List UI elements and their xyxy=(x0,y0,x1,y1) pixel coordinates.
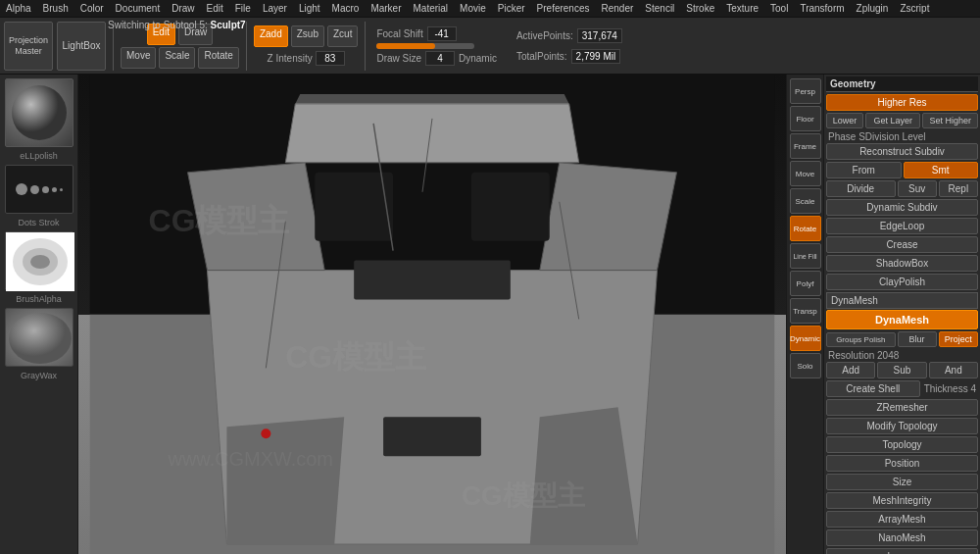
zsub-button[interactable]: Zsub xyxy=(291,25,324,47)
brush-sphere-preview[interactable] xyxy=(5,78,74,147)
menu-layer[interactable]: Layer xyxy=(261,3,289,14)
svg-marker-22 xyxy=(295,94,568,104)
dynamic-vp-button[interactable]: Dynamic xyxy=(790,326,821,351)
size-button[interactable]: Size xyxy=(826,474,978,490)
menu-color[interactable]: Color xyxy=(78,3,106,14)
main-area: eLLpolish Dots Strok BrushAlpha xyxy=(0,75,980,554)
menu-macro[interactable]: Macro xyxy=(330,3,362,14)
menu-tool[interactable]: Tool xyxy=(768,3,790,14)
move-button[interactable]: Move xyxy=(121,47,156,69)
viewport[interactable]: CG模型主 CG模型主 www.CGMXW.com CG模型主 xyxy=(78,75,786,554)
blur-button[interactable]: Blur xyxy=(898,331,937,347)
menu-movie[interactable]: Movie xyxy=(458,3,488,14)
menu-zplugin[interactable]: Zplugin xyxy=(855,3,891,14)
projection-master-button[interactable]: Projection Master xyxy=(4,22,53,71)
from-button[interactable]: From xyxy=(826,162,902,178)
and-button[interactable]: And xyxy=(929,362,978,378)
suv-button[interactable]: Suv xyxy=(898,180,937,197)
brush-dots-preview[interactable] xyxy=(5,165,74,214)
crease-button[interactable]: Crease xyxy=(826,236,978,253)
move-vp-button[interactable]: Move xyxy=(790,161,821,186)
modify-topology-button[interactable]: Modify Topology xyxy=(826,418,978,434)
sub-button[interactable]: Sub xyxy=(877,362,926,378)
dynamic-label: Dynamic xyxy=(459,53,497,64)
topology-button[interactable]: Topology xyxy=(826,436,978,453)
menu-light[interactable]: Light xyxy=(297,3,322,14)
viewport-controls-panel: Persp Floor Frame Move Scale Rotate Line… xyxy=(786,75,823,554)
menu-texture[interactable]: Texture xyxy=(724,3,760,14)
graywax-preview[interactable] xyxy=(5,308,74,367)
focal-slider[interactable] xyxy=(376,43,474,49)
zcut-button[interactable]: Zcut xyxy=(327,25,358,47)
menu-picker[interactable]: Picker xyxy=(496,3,527,14)
toolbar-separator-2 xyxy=(246,22,247,71)
brush-alpha-preview[interactable] xyxy=(5,231,74,290)
frame-button[interactable]: Frame xyxy=(790,133,821,159)
rotate-button[interactable]: Rotate xyxy=(198,47,238,69)
menu-render[interactable]: Render xyxy=(600,3,636,14)
menu-marker[interactable]: Marker xyxy=(368,3,403,14)
z-buttons: Zadd Zsub Zcut Z Intensity 83 xyxy=(254,25,358,66)
z-intensity-value[interactable]: 83 xyxy=(316,51,345,66)
zremesher-button[interactable]: ZRemesher xyxy=(826,399,978,416)
scale-button[interactable]: Scale xyxy=(159,47,195,69)
mesh-integrity-button[interactable]: MeshIntegrity xyxy=(826,492,978,509)
transp-button[interactable]: Transp xyxy=(790,298,821,324)
thickness-label: Thickness 4 xyxy=(922,382,978,395)
menu-file[interactable]: File xyxy=(233,3,253,14)
rotate-vp-button[interactable]: Rotate xyxy=(790,216,821,241)
arraymesh-button[interactable]: ArrayMesh xyxy=(826,511,978,528)
focal-shift-value[interactable]: -41 xyxy=(427,26,457,41)
menu-stencil[interactable]: Stencil xyxy=(643,3,676,14)
add-button[interactable]: Add xyxy=(826,362,875,378)
dynamesh-button[interactable]: DynaMesh xyxy=(826,310,978,329)
lower-button[interactable]: Lower xyxy=(826,113,863,128)
claypolish-button[interactable]: ClayPolish xyxy=(826,274,978,290)
edgeloop-button[interactable]: EdgeLoop xyxy=(826,218,978,234)
menu-transform[interactable]: Transform xyxy=(798,3,846,14)
dynamesh-section-header[interactable]: DynaMesh xyxy=(826,292,978,309)
project-button[interactable]: Project xyxy=(939,331,978,347)
menu-document[interactable]: Document xyxy=(114,3,163,14)
smt-button[interactable]: Smt xyxy=(904,162,979,178)
draw-size-value[interactable]: 4 xyxy=(425,51,455,66)
layers-button[interactable]: Layers xyxy=(826,548,978,554)
top-menu-bar: Alpha Brush Color Document Draw Edit Fil… xyxy=(0,0,980,18)
dynamic-subdiv-row: Dynamic Subdiv xyxy=(826,199,978,216)
svg-point-23 xyxy=(261,428,270,438)
menu-material[interactable]: Material xyxy=(412,3,451,14)
alpha-label: BrushAlpha xyxy=(16,294,62,304)
menu-edit[interactable]: Edit xyxy=(205,3,225,14)
menu-alpha[interactable]: Alpha xyxy=(4,3,33,14)
menu-zscript[interactable]: Zscript xyxy=(898,3,931,14)
menu-brush[interactable]: Brush xyxy=(41,3,71,14)
floor-button[interactable]: Floor xyxy=(790,106,821,131)
line-fill-button[interactable]: Line Fill xyxy=(790,243,821,269)
groups-polish-button[interactable]: Groups Polish xyxy=(826,332,896,347)
draw-size-label: Draw Size xyxy=(376,53,421,64)
scale-vp-button[interactable]: Scale xyxy=(790,188,821,214)
svg-marker-11 xyxy=(285,104,578,163)
solo-button[interactable]: Solo xyxy=(790,353,821,378)
svg-point-0 xyxy=(12,85,67,140)
divide-button[interactable]: Divide xyxy=(826,180,896,197)
svg-text:www.CGMXW.com: www.CGMXW.com xyxy=(168,448,333,470)
set-higher-button[interactable]: Set Higher xyxy=(922,113,978,128)
lightbox-button[interactable]: LightBox xyxy=(57,22,106,71)
menu-stroke[interactable]: Stroke xyxy=(684,3,716,14)
zadd-button[interactable]: Zadd xyxy=(254,25,288,47)
higher-res-button[interactable]: Higher Res xyxy=(826,94,978,111)
polyf-button[interactable]: Polyf xyxy=(790,271,821,296)
create-shell-button[interactable]: Create Shell xyxy=(826,380,920,397)
menu-draw[interactable]: Draw xyxy=(170,3,196,14)
persp-button[interactable]: Persp xyxy=(790,78,821,104)
get-layer-button[interactable]: Get Layer xyxy=(865,113,921,128)
nanomesh-button[interactable]: NanoMesh xyxy=(826,529,978,546)
dot-tiny xyxy=(60,188,63,191)
reconstruct-subdiv-button[interactable]: Reconstruct Subdiv xyxy=(826,143,978,160)
dynamic-subdiv-button[interactable]: Dynamic Subdiv xyxy=(826,199,978,216)
position-button[interactable]: Position xyxy=(826,455,978,472)
shadowbox-button[interactable]: ShadowBox xyxy=(826,255,978,272)
menu-preferences[interactable]: Preferences xyxy=(535,3,592,14)
replay-button[interactable]: Repl xyxy=(939,180,978,197)
